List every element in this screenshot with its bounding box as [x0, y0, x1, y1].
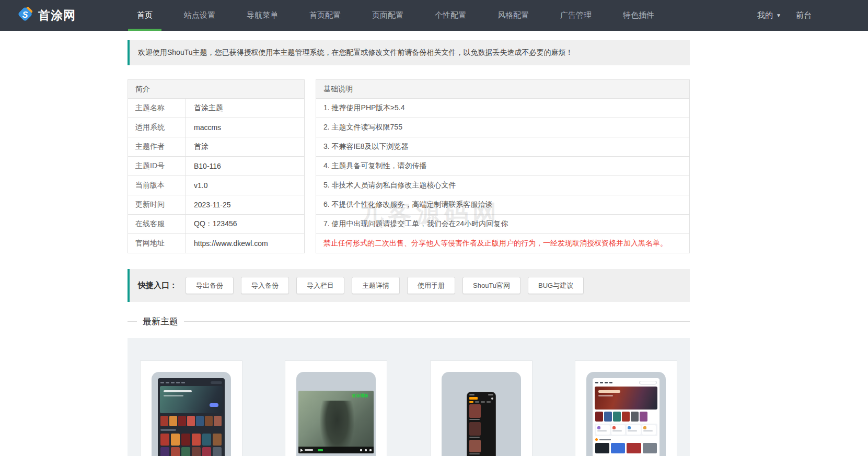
table-row: 官网地址 https://www.dkewl.com: [128, 234, 305, 253]
top-navbar: S 首涂网 首页 站点设置 导航菜单 首页配置 页面配置 个性配置 风格配置 广…: [0, 0, 868, 31]
my-account-dropdown[interactable]: 我的 ▼: [757, 10, 781, 20]
search-pill: [639, 381, 657, 384]
nav-item-plugins[interactable]: 特色插件: [614, 0, 663, 31]
section-bullet: [595, 438, 598, 441]
nav-item-style-config[interactable]: 风格配置: [489, 0, 538, 31]
theme-screenshot-dark-cinema: [158, 378, 225, 456]
quick-entry-bar: 快捷入口： 导出备份 导入备份 导入栏目 主题详情 使用手册 ShouTu官网 …: [128, 269, 690, 302]
latest-themes-gallery: 首涂模板: [128, 338, 690, 456]
svg-text:S: S: [22, 10, 28, 19]
video-watermark-text: 首涂模板: [352, 393, 368, 399]
theme-screenshot-light-cinema: [593, 378, 659, 456]
intro-panel-title: 简介: [128, 79, 305, 99]
theme-screenshot-video-player: 首涂模板: [298, 391, 374, 453]
heading-divider-left: [128, 321, 137, 322]
info-panels: 简介 主题名称 首涂主题 适用系统 maccms 主题作者 首涂 主题ID号 B…: [128, 79, 690, 253]
nav-item-personal-config[interactable]: 个性配置: [426, 0, 475, 31]
frontend-link[interactable]: 前台: [796, 10, 812, 20]
official-site-url[interactable]: https://www.dkewl.com: [186, 234, 304, 253]
nav-item-page-config[interactable]: 页面配置: [363, 0, 412, 31]
nav-item-home-config[interactable]: 首页配置: [300, 0, 350, 31]
main-content: 欢迎使用ShouTu主题，您已获得授权使用本主题管理系统，在您配置或修改文件前请…: [128, 40, 690, 456]
latest-themes-heading: 最新主题: [128, 315, 690, 328]
note-item: 7. 使用中出现问题请提交工单，我们会在24小时内回复你: [316, 215, 690, 234]
bug-suggestion-button[interactable]: BUG与建议: [528, 277, 584, 294]
table-row: 主题ID号 B10-116: [128, 157, 305, 176]
user-manual-button[interactable]: 使用手册: [407, 277, 455, 294]
table-row: 主题名称 首涂主题: [128, 99, 305, 118]
video-figure: [320, 401, 354, 453]
theme-card-light-cinema[interactable]: [575, 360, 677, 456]
site-logo[interactable]: S 首涂网: [18, 0, 76, 31]
main-nav: 首页 站点设置 导航菜单 首页配置 页面配置 个性配置 风格配置 广告管理 特色…: [128, 0, 677, 31]
note-item: 1. 推荐使用PHP版本≥5.4: [316, 99, 690, 118]
theme-card-video-player[interactable]: 首涂模板: [285, 360, 387, 456]
quick-entry-label: 快捷入口：: [138, 280, 177, 290]
nav-item-nav-menu[interactable]: 导航菜单: [238, 0, 287, 31]
import-backup-button[interactable]: 导入备份: [241, 277, 289, 294]
theme-details-button[interactable]: 主题详情: [352, 277, 400, 294]
theme-screenshot-mobile-app: [467, 392, 496, 456]
play-icon: [300, 449, 303, 452]
table-row: 在线客服 QQ：123456: [128, 215, 305, 234]
welcome-text: 欢迎使用ShouTu主题，您已获得授权使用本主题管理系统，在您配置或修改文件前请…: [138, 48, 573, 57]
app-logo: [469, 397, 478, 400]
theme-card-dark-cinema[interactable]: [140, 360, 242, 456]
settings-icon: [360, 449, 362, 451]
video-control-bar: [298, 447, 374, 453]
latest-themes-title: 最新主题: [143, 315, 178, 328]
theme-thumbnail-frame: 首涂模板: [296, 372, 376, 456]
notes-panel-title: 基础说明: [316, 79, 690, 99]
nav-item-site-settings[interactable]: 站点设置: [175, 0, 224, 31]
theme-card-mobile-app[interactable]: [430, 360, 533, 456]
theme-thumbnail-frame: [586, 372, 666, 456]
nav-item-home[interactable]: 首页: [128, 0, 161, 31]
table-row: 更新时间 2023-11-25: [128, 195, 305, 215]
welcome-alert: 欢迎使用ShouTu主题，您已获得授权使用本主题管理系统，在您配置或修改文件前请…: [128, 40, 690, 65]
table-row: 当前版本 v1.0: [128, 176, 305, 195]
heading-divider-right: [184, 321, 690, 322]
nav-item-ad-manage[interactable]: 广告管理: [551, 0, 600, 31]
export-backup-button[interactable]: 导出备份: [186, 277, 234, 294]
nav-right-group: 我的 ▼ 前台: [757, 0, 812, 31]
fullscreen-icon: [369, 449, 372, 451]
table-row: 适用系统 maccms: [128, 118, 305, 137]
notes-panel: 基础说明 1. 推荐使用PHP版本≥5.4 2. 主题文件读写权限755 3. …: [316, 79, 690, 253]
import-columns-button[interactable]: 导入栏目: [296, 277, 344, 294]
shoutu-official-site-button[interactable]: ShouTu官网: [462, 277, 520, 294]
note-item: 3. 不兼容IE8及以下浏览器: [316, 137, 690, 157]
note-item: 6. 不提供个性化修改服务，高端定制请联系客服洽谈: [316, 195, 690, 215]
bell-icon: [491, 397, 493, 400]
table-row: 主题作者 首涂: [128, 137, 305, 157]
intro-panel: 简介 主题名称 首涂主题 适用系统 maccms 主题作者 首涂 主题ID号 B…: [128, 79, 305, 253]
chevron-down-icon: ▼: [776, 13, 781, 18]
note-item: 2. 主题文件读写权限755: [316, 118, 690, 137]
license-warning-text: 禁止任何形式的二次出售、分享他人等侵害作者及正版用户的行为，一经发现取消授权资格…: [316, 234, 690, 253]
logo-text: 首涂网: [38, 7, 76, 24]
theme-thumbnail-frame: [152, 372, 231, 456]
note-item: 5. 非技术人员请勿私自修改主题核心文件: [316, 176, 690, 195]
quality-icon: [365, 449, 367, 451]
note-item: 4. 主题具备可复制性，请勿传播: [316, 157, 690, 176]
theme-thumbnail-frame: [442, 372, 521, 456]
logo-icon: S: [18, 7, 33, 25]
